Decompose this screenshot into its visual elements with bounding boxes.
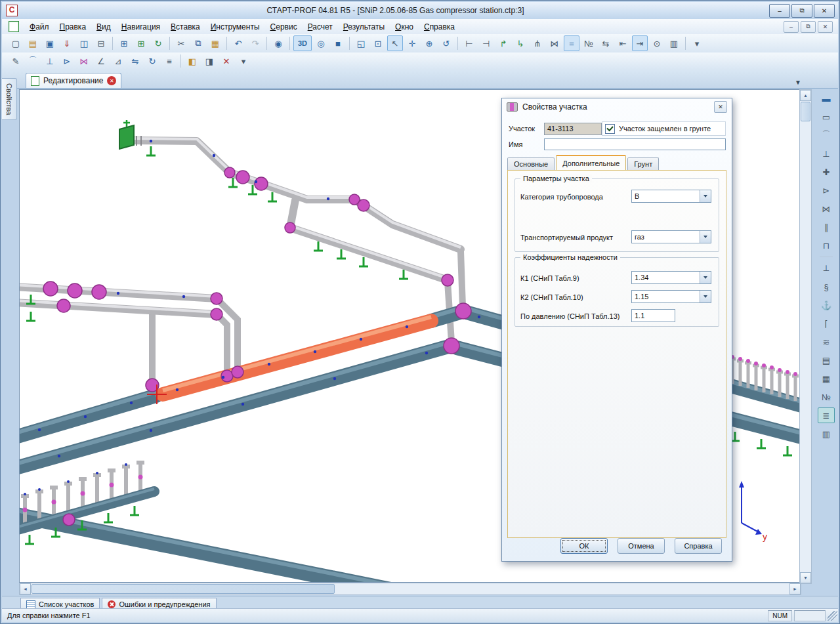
pressure-input[interactable]: 1.1: [631, 309, 675, 322]
bend-icon[interactable]: ⌒: [818, 127, 835, 143]
document-icon[interactable]: [9, 21, 19, 32]
cancel-button[interactable]: Отмена: [618, 538, 665, 554]
chevron-down-icon[interactable]: [700, 291, 711, 302]
sliding-support-icon[interactable]: ⟂: [818, 260, 835, 276]
tab-editing[interactable]: Редактирование ✕: [26, 73, 121, 88]
chevron-down-icon[interactable]: [700, 272, 711, 283]
hanger-icon[interactable]: ⌈: [818, 316, 835, 331]
resize-grip[interactable]: [828, 611, 837, 621]
cut-icon[interactable]: ✂: [173, 35, 189, 51]
axes-icon[interactable]: ∠: [93, 53, 109, 69]
insert-node-before-icon[interactable]: ⊢: [461, 35, 477, 51]
soil-icon[interactable]: ▦: [818, 371, 835, 386]
chevron-down-icon[interactable]: [700, 231, 711, 243]
mdi-close-button[interactable]: ✕: [818, 21, 833, 33]
insert-node-after-icon[interactable]: ⊣: [478, 35, 494, 51]
anchored-checkbox[interactable]: [605, 124, 615, 134]
export-file-icon[interactable]: ⇓: [59, 35, 75, 51]
tab-close-icon[interactable]: ✕: [107, 76, 116, 85]
dialog-title-bar[interactable]: Свойства участка ✕: [502, 98, 732, 115]
paste-icon[interactable]: ▦: [207, 35, 223, 51]
collapse-strip-icon[interactable]: ▬: [818, 91, 835, 106]
node-properties-icon[interactable]: ⊙: [649, 35, 665, 51]
delete-icon[interactable]: ✕: [219, 53, 234, 69]
menu-service[interactable]: Сервис: [265, 20, 303, 33]
chevron-down-icon[interactable]: [700, 190, 711, 202]
scroll-down-button[interactable]: ▼: [800, 572, 811, 583]
tab-additional[interactable]: Дополнительные: [556, 155, 626, 170]
equalize-icon[interactable]: =: [564, 35, 579, 51]
horizontal-scroll-thumb[interactable]: [32, 584, 335, 594]
move-node-up-icon[interactable]: ↱: [495, 35, 511, 51]
scroll-up-button[interactable]: ▲: [800, 90, 811, 101]
category-combobox[interactable]: В: [631, 190, 711, 203]
measure-icon[interactable]: ⊿: [110, 53, 126, 69]
menu-file[interactable]: Файл: [24, 20, 54, 33]
align-icon[interactable]: ≡: [161, 53, 177, 69]
results-panel-icon[interactable]: ▥: [818, 426, 835, 442]
insert-reducer-icon[interactable]: ⊳: [59, 53, 75, 69]
toolbar-options-icon[interactable]: ▾: [689, 35, 705, 51]
insert-valve-icon[interactable]: ⋈: [76, 53, 92, 69]
save-icon[interactable]: ▣: [42, 35, 58, 51]
spring-support-icon[interactable]: §: [818, 279, 835, 295]
cross-icon[interactable]: ✚: [818, 164, 835, 180]
open-folder-icon[interactable]: ▤: [25, 35, 41, 51]
renumber-nodes-icon[interactable]: №: [581, 35, 597, 51]
move-node-down-icon[interactable]: ↳: [513, 35, 528, 51]
shaded-view-icon[interactable]: ■: [330, 35, 346, 51]
menu-edit[interactable]: Правка: [54, 20, 92, 33]
refresh-view-icon[interactable]: ↺: [438, 35, 454, 51]
menu-window[interactable]: Окно: [390, 20, 419, 33]
menu-tools[interactable]: Инструменты: [205, 20, 265, 33]
paint-segment-icon[interactable]: ◧: [184, 53, 200, 69]
tab-soil[interactable]: Грунт: [627, 157, 659, 170]
maximize-button[interactable]: ⧉: [791, 4, 812, 18]
select-cursor-icon[interactable]: ↖: [387, 35, 403, 51]
merge-segments-icon[interactable]: ⋈: [547, 35, 562, 51]
ok-button[interactable]: ОК: [560, 538, 608, 554]
name-input[interactable]: [544, 138, 726, 150]
insulated-pipe-icon[interactable]: ≣: [818, 407, 835, 423]
new-document-icon[interactable]: ▢: [8, 35, 24, 51]
menu-results[interactable]: Результаты: [338, 20, 390, 33]
menu-view[interactable]: Вид: [91, 20, 116, 33]
goto-last-node-icon[interactable]: ⇥: [632, 35, 648, 51]
flange-icon[interactable]: ∥: [818, 219, 835, 235]
pipe-segment-icon[interactable]: ▭: [818, 109, 835, 125]
product-combobox[interactable]: газ: [631, 230, 711, 243]
orbit-view-icon[interactable]: ◉: [270, 35, 286, 51]
mdi-restore-button[interactable]: ⧉: [801, 21, 816, 33]
menu-calc[interactable]: Расчет: [303, 20, 338, 33]
expansion-joint-icon[interactable]: ≋: [818, 334, 835, 350]
tab-main[interactable]: Основные: [507, 157, 555, 170]
k2-combobox[interactable]: 1.15: [631, 290, 711, 303]
insulation-icon[interactable]: ▤: [818, 352, 835, 368]
insert-bend-icon[interactable]: ⌒: [25, 53, 41, 69]
segment-properties-icon[interactable]: ▥: [666, 35, 682, 51]
copy-icon[interactable]: ⧉: [190, 35, 206, 51]
redo-icon[interactable]: ↷: [247, 35, 263, 51]
scroll-right-button[interactable]: ►: [789, 583, 801, 594]
menu-insert[interactable]: Вставка: [165, 20, 205, 33]
mdi-minimize-button[interactable]: –: [784, 21, 799, 33]
zoom-icon[interactable]: ⊕: [421, 35, 437, 51]
minimize-button[interactable]: –: [769, 4, 790, 18]
mirror-icon[interactable]: ⇋: [127, 53, 143, 69]
dialog-close-button[interactable]: ✕: [714, 101, 727, 113]
find-icon[interactable]: ◎: [313, 35, 329, 51]
menu-help[interactable]: Справка: [419, 20, 460, 33]
scroll-left-button[interactable]: ◄: [20, 583, 31, 594]
k1-combobox[interactable]: 1.34: [631, 271, 711, 284]
help-button[interactable]: Справка: [675, 538, 722, 554]
tee-icon[interactable]: ⊥: [818, 146, 835, 161]
horizontal-scrollbar[interactable]: ◄ ►: [19, 583, 801, 595]
pan-icon[interactable]: ✛: [404, 35, 420, 51]
zoom-extents-icon[interactable]: ⊡: [370, 35, 386, 51]
data-table-icon[interactable]: ⊞: [116, 35, 132, 51]
menu-navigation[interactable]: Навигация: [116, 20, 165, 33]
insert-tee-icon[interactable]: ⊥: [42, 53, 58, 69]
rotate-icon[interactable]: ↻: [144, 53, 160, 69]
refresh-data-icon[interactable]: ↻: [150, 35, 166, 51]
vertical-scroll-thumb[interactable]: [801, 102, 810, 121]
